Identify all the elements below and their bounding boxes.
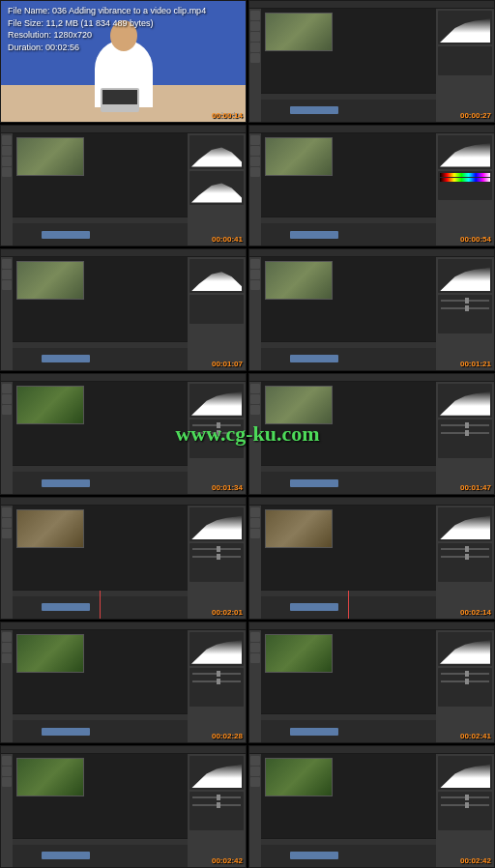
ps-canvas <box>261 506 436 590</box>
video-frame <box>265 758 333 796</box>
timeline-track <box>13 845 188 867</box>
ps-menubar <box>1 746 246 754</box>
thumbnail-12[interactable]: 00:02:42 <box>0 745 247 868</box>
ps-center <box>13 382 188 495</box>
thumbnail-11[interactable]: 00:02:41 <box>248 622 495 744</box>
ps-toolbar <box>249 630 261 743</box>
ps-main <box>1 506 246 619</box>
timeline-clip <box>42 355 90 362</box>
ps-tool-icon <box>250 756 260 766</box>
ps-center <box>13 506 188 619</box>
thumbnail-4[interactable]: 00:01:07 <box>0 248 247 371</box>
ps-timeline <box>261 93 436 122</box>
ps-main <box>249 382 494 495</box>
histogram-shape <box>440 143 490 167</box>
timestamp-7: 00:01:47 <box>460 483 491 492</box>
thumbnail-8[interactable]: 00:02:01 <box>0 497 247 620</box>
timeline-track <box>13 223 188 246</box>
timeline-track <box>261 472 436 494</box>
timestamp-3: 00:00:54 <box>460 235 491 244</box>
slider-row <box>192 422 241 428</box>
slider-row <box>441 671 489 677</box>
timestamp-0: 00:00:14 <box>212 111 243 120</box>
thumbnail-5[interactable]: 00:01:21 <box>248 248 495 371</box>
histogram-shape <box>440 267 490 291</box>
histogram-panel <box>438 756 492 790</box>
ps-center <box>261 506 436 619</box>
thumbnail-10[interactable]: 00:02:28 <box>0 622 247 744</box>
thumbnail-3[interactable]: 00:00:54 <box>248 125 495 247</box>
thumbnail-1[interactable]: 00:00:27 <box>248 0 495 123</box>
ps-tool-icon <box>250 53 260 63</box>
timestamp-12: 00:02:42 <box>212 856 243 865</box>
histogram-shape <box>191 640 242 664</box>
ps-tool-icon <box>250 384 260 393</box>
timeline-track <box>261 720 436 742</box>
ps-panels <box>188 382 246 495</box>
ps-tool-icon <box>2 756 12 766</box>
ps-main <box>249 9 494 122</box>
ps-timeline <box>261 217 436 246</box>
ps-main <box>249 257 494 370</box>
timeline-track <box>261 100 436 122</box>
adjustment-panel <box>189 295 244 324</box>
ps-tool-icon <box>2 632 12 642</box>
thumbnail-7[interactable]: 00:01:47 <box>248 373 495 496</box>
slider-track <box>192 556 241 558</box>
ps-panels <box>436 133 494 246</box>
file-size-value: 11,2 MB (11 834 489 bytes) <box>46 18 154 28</box>
slider-track <box>441 424 489 426</box>
histogram-panel <box>438 259 492 293</box>
ps-panels <box>436 382 494 495</box>
timeline-track <box>261 845 436 867</box>
duration-value: 00:02:56 <box>45 43 79 52</box>
ps-toolbar <box>1 630 13 743</box>
resolution-value: 1280x720 <box>54 30 93 40</box>
thumbnail-6[interactable]: 00:01:34 <box>0 373 247 496</box>
slider-track <box>192 673 241 675</box>
thumbnail-2[interactable]: 00:00:41 <box>0 125 247 247</box>
ps-tool-icon <box>250 280 260 290</box>
histogram-shape <box>440 640 490 664</box>
ps-canvas <box>13 133 188 217</box>
ps-toolbar <box>1 133 13 246</box>
histogram-shape <box>440 18 490 43</box>
ps-timeline <box>13 465 188 494</box>
ps-tool-icon <box>250 767 260 776</box>
timestamp-8: 00:02:01 <box>212 608 243 617</box>
ps-tool-icon <box>250 394 260 404</box>
ps-main <box>1 754 246 867</box>
adjustment-panel <box>438 46 492 75</box>
ps-timeline <box>13 341 188 370</box>
ps-tool-icon <box>2 507 12 517</box>
ps-main <box>249 506 494 619</box>
slider-row <box>441 554 489 560</box>
video-frame <box>265 13 333 51</box>
playhead-icon <box>348 591 349 619</box>
ps-tool-icon <box>250 507 260 517</box>
ps-tool-icon <box>250 146 260 156</box>
slider-track <box>441 680 489 682</box>
ps-panels <box>436 506 494 619</box>
thumbnail-9[interactable]: 00:02:14 <box>248 497 495 620</box>
histogram-panel <box>189 135 244 169</box>
ps-tool-icon <box>2 384 12 393</box>
thumbnail-13[interactable]: 00:02:42 <box>248 745 495 868</box>
ps-menubar <box>249 249 494 257</box>
ps-canvas <box>261 257 436 341</box>
ps-panels <box>436 9 494 122</box>
timestamp-9: 00:02:14 <box>460 608 491 617</box>
vibrance-panel <box>438 543 492 582</box>
timeline-clip <box>290 479 338 487</box>
ps-tool-icon <box>250 259 260 269</box>
ps-tool-icon <box>2 135 12 145</box>
slider-row <box>441 305 489 311</box>
ps-canvas <box>13 257 188 341</box>
ps-center <box>13 630 188 743</box>
slider-track <box>441 548 489 550</box>
ps-main <box>249 754 494 867</box>
histogram-panel <box>189 507 244 541</box>
slider-track <box>192 424 241 426</box>
ps-main <box>249 133 494 246</box>
timeline-clip <box>42 479 90 487</box>
